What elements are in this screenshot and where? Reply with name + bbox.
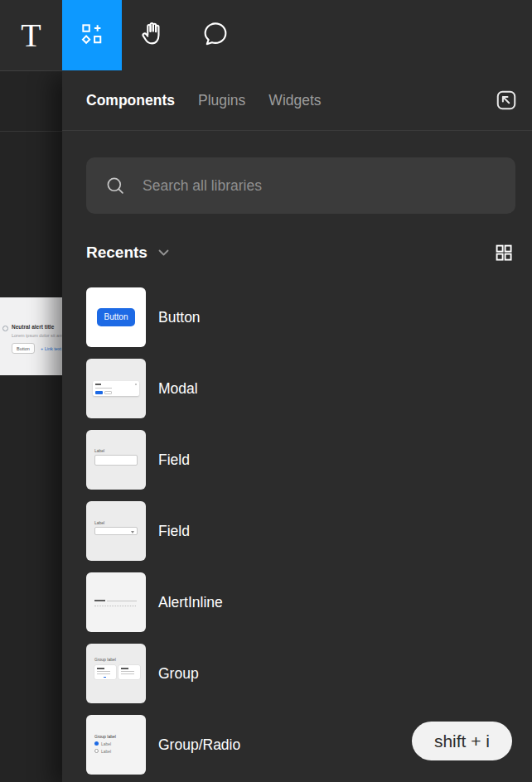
item-label: Modal [158, 380, 198, 398]
comment-tool-icon [201, 20, 230, 51]
info-circle-icon [2, 326, 8, 331]
item-label: Field [158, 523, 190, 540]
item-label: Group/Radio [158, 736, 240, 754]
section-title: Recents [86, 244, 148, 262]
mini-button: Button [97, 308, 136, 326]
alert-inline-thumbnail [86, 572, 146, 632]
mini-group-label: Group label [94, 735, 116, 739]
mini-card [118, 665, 140, 679]
item-label: Button [158, 309, 201, 326]
caret-down-icon [131, 531, 134, 533]
mini-card [94, 665, 116, 679]
alert-title: Neutral alert title [12, 324, 54, 330]
tab-widgets[interactable]: Widgets [268, 92, 321, 109]
chevron-down-icon [158, 249, 169, 257]
search-input[interactable] [143, 177, 497, 195]
section-dropdown[interactable] [158, 249, 169, 257]
mini-dotted-line [94, 606, 136, 606]
search-icon [104, 175, 127, 197]
alert-link: + Link text [41, 346, 61, 351]
shortcut-hint-badge: shift + i [412, 722, 512, 760]
list-item[interactable]: Group label Group [62, 644, 532, 703]
alert-button: Button [12, 343, 35, 354]
list-item[interactable]: AlertInline [62, 572, 532, 632]
group-radio-thumbnail: Group label Label Label [86, 715, 146, 775]
radio-unselected-icon [94, 749, 99, 753]
search-bar[interactable] [86, 157, 515, 214]
field-select-thumbnail: Label [86, 501, 146, 561]
list-item[interactable]: Modal [62, 359, 532, 418]
figma-app: T [0, 0, 532, 782]
arrow-up-left-icon [494, 88, 519, 113]
tab-components[interactable]: Components [86, 92, 175, 109]
recents-list: Button Button Modal [62, 287, 532, 775]
alert-actions: Button + Link text [12, 343, 61, 354]
item-label: Field [158, 451, 190, 469]
list-item[interactable]: Label Field [62, 430, 532, 490]
grid-view-button[interactable] [494, 243, 514, 263]
text-tool-button[interactable]: T [0, 0, 62, 70]
alert-body: Lorem ipsum dolor sit amet conse [12, 333, 62, 338]
field-thumbnail: Label [86, 430, 146, 490]
list-item[interactable]: Button Button [62, 287, 532, 347]
canvas-frame-edge [0, 131, 62, 132]
hand-tool-button[interactable] [122, 0, 184, 70]
tab-plugins[interactable]: Plugins [198, 92, 245, 109]
minimize-panel-button[interactable] [493, 87, 520, 113]
grid-view-icon [494, 243, 514, 263]
canvas-alert-component[interactable]: Neutral alert title Lorem ipsum dolor si… [0, 297, 62, 375]
components-panel: Components Plugins Widgets Recents [62, 70, 532, 782]
hand-tool-icon [138, 19, 168, 52]
text-tool-icon: T [21, 19, 41, 52]
canvas: Neutral alert title Lorem ipsum dolor si… [0, 70, 62, 782]
mini-radio-label: Label [101, 750, 111, 754]
mini-modal [93, 381, 139, 396]
panel-tab-bar: Components Plugins Widgets [62, 70, 532, 131]
modal-thumbnail [86, 359, 146, 418]
mini-select-input [94, 527, 138, 535]
mini-field-label: Label [94, 521, 104, 525]
section-header: Recents [86, 242, 514, 263]
toolbar: T [0, 0, 532, 70]
mini-text-input [94, 455, 138, 466]
assets-tool-button[interactable] [62, 0, 122, 70]
list-item[interactable]: Label Field [62, 501, 532, 561]
radio-selected-icon [94, 741, 99, 746]
group-thumbnail: Group label [86, 644, 146, 703]
assets-tool-icon [79, 21, 105, 51]
mini-group-label: Group label [94, 658, 116, 662]
item-label: AlertInline [158, 594, 223, 611]
mini-radio-label: Label [101, 742, 111, 746]
item-label: Group [158, 665, 199, 683]
mini-field-label: Label [94, 449, 104, 453]
button-thumbnail: Button [86, 287, 146, 347]
comment-tool-button[interactable] [184, 0, 246, 70]
